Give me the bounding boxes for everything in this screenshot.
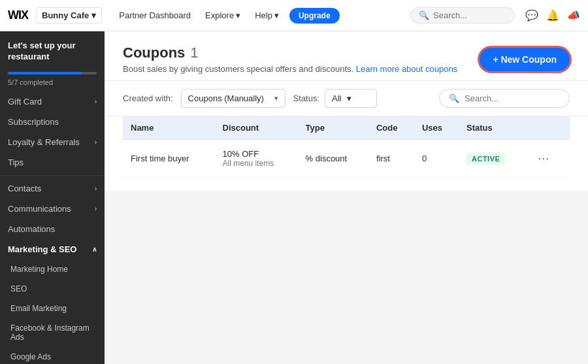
nav-icon-group: 💬 🔔 📣	[525, 9, 580, 22]
global-search-input[interactable]	[433, 10, 506, 20]
sidebar-item-seo[interactable]: SEO	[0, 279, 105, 299]
sidebar-item-automations[interactable]: Automations	[0, 219, 105, 239]
chevron-down-icon: ▾	[274, 10, 279, 20]
chevron-down-icon: ▾	[274, 94, 278, 103]
sidebar-divider	[0, 175, 105, 176]
wix-logo: WIX	[8, 8, 28, 22]
nav-partner-dashboard[interactable]: Partner Dashboard	[112, 7, 197, 24]
chevron-right-icon: ›	[95, 98, 97, 105]
sidebar-item-contacts[interactable]: Contacts ›	[0, 178, 105, 199]
row-more-options-button[interactable]: ···	[534, 150, 553, 167]
search-icon: 🔍	[419, 10, 429, 20]
filters-row: Created with: Coupons (Manually) ▾ Statu…	[105, 81, 588, 116]
status-select[interactable]: All ▾	[325, 89, 377, 108]
chevron-down-icon: ▾	[91, 10, 96, 20]
search-icon: 🔍	[449, 93, 459, 103]
col-header-code: Code	[368, 116, 414, 140]
chevron-up-icon: ∧	[92, 246, 97, 253]
col-header-name: Name	[123, 116, 215, 140]
learn-more-link[interactable]: Learn more about coupons	[356, 64, 457, 74]
col-header-actions	[526, 116, 570, 140]
cell-discount: 10% OFF All menu items	[215, 140, 298, 178]
page-title-area: Coupons 1 Boost sales by giving customer…	[123, 44, 457, 74]
cell-type: % discount	[298, 140, 368, 178]
table-search-input[interactable]	[465, 93, 560, 103]
chevron-down-icon: ▾	[347, 93, 351, 103]
chat-icon[interactable]: 💬	[525, 9, 538, 22]
main-content: Coupons 1 Boost sales by giving customer…	[105, 31, 588, 364]
sidebar-item-marketing-seo[interactable]: Marketing & SEO ∧	[0, 239, 105, 259]
sidebar-item-marketing-home[interactable]: Marketing Home	[0, 259, 105, 279]
progress-label: 5/7 completed	[0, 77, 105, 91]
page-header: Coupons 1 Boost sales by giving customer…	[105, 31, 588, 81]
sidebar-setup-title: Let's set up your restaurant	[0, 31, 105, 68]
sidebar-item-loyalty[interactable]: Loyalty & Referrals ›	[0, 132, 105, 152]
progress-bar-fill	[8, 72, 82, 74]
chevron-down-icon: ▾	[236, 10, 240, 20]
table-header-row: Name Discount Type Code Uses Status	[123, 116, 570, 140]
cell-uses: 0	[414, 140, 459, 178]
business-name-selector[interactable]: Bunny Cafe ▾	[36, 7, 102, 24]
bell-icon[interactable]: 🔔	[546, 9, 559, 22]
page-count: 1	[190, 44, 198, 61]
main-nav: Partner Dashboard Explore ▾ Help ▾ Upgra…	[112, 7, 339, 24]
page-subtitle: Boost sales by giving customers special …	[123, 64, 457, 74]
cell-name: First time buyer	[123, 140, 215, 178]
page-title: Coupons 1	[123, 44, 457, 61]
table-search[interactable]: 🔍	[439, 89, 570, 108]
coupons-table: Name Discount Type Code Uses Status Firs…	[123, 116, 570, 178]
sidebar-item-google-ads[interactable]: Google Ads	[0, 347, 105, 364]
sidebar: Let's set up your restaurant 5/7 complet…	[0, 31, 105, 364]
status-badge: ACTIVE	[466, 153, 505, 165]
progress-bar-background	[8, 72, 97, 74]
col-header-discount: Discount	[215, 116, 298, 140]
sidebar-item-gift-card[interactable]: Gift Card ›	[0, 91, 105, 112]
table-row: First time buyer 10% OFF All menu items …	[123, 140, 570, 178]
cell-actions: ···	[526, 140, 570, 178]
sidebar-item-tips[interactable]: Tips	[0, 152, 105, 173]
col-header-type: Type	[298, 116, 368, 140]
chevron-right-icon: ›	[95, 185, 97, 192]
nav-help[interactable]: Help ▾	[248, 7, 286, 24]
sidebar-item-facebook-ads[interactable]: Facebook & Instagram Ads	[0, 318, 105, 347]
chevron-right-icon: ›	[95, 205, 97, 212]
created-with-select[interactable]: Coupons (Manually) ▾	[181, 89, 286, 108]
global-search[interactable]: 🔍	[410, 7, 515, 24]
coupons-table-container: Name Discount Type Code Uses Status Firs…	[105, 116, 588, 191]
megaphone-icon[interactable]: 📣	[567, 9, 580, 22]
status-filter-group: Status: All ▾	[293, 89, 377, 108]
col-header-uses: Uses	[414, 116, 459, 140]
top-navigation: WIX Bunny Cafe ▾ Partner Dashboard Explo…	[0, 0, 588, 31]
upgrade-button[interactable]: Upgrade	[289, 8, 340, 24]
nav-explore[interactable]: Explore ▾	[199, 7, 247, 24]
main-layout: Let's set up your restaurant 5/7 complet…	[0, 31, 588, 364]
new-coupon-button[interactable]: + New Coupon	[480, 48, 570, 71]
cell-code: first	[368, 140, 414, 178]
sidebar-item-subscriptions[interactable]: Subscriptions	[0, 112, 105, 132]
chevron-right-icon: ›	[95, 139, 97, 146]
cell-status: ACTIVE	[459, 140, 526, 178]
sidebar-item-communications[interactable]: Communications ›	[0, 199, 105, 219]
sidebar-item-email-marketing[interactable]: Email Marketing	[0, 299, 105, 318]
col-header-status: Status	[459, 116, 526, 140]
status-label: Status:	[293, 93, 319, 103]
created-with-label: Created with:	[123, 93, 173, 103]
